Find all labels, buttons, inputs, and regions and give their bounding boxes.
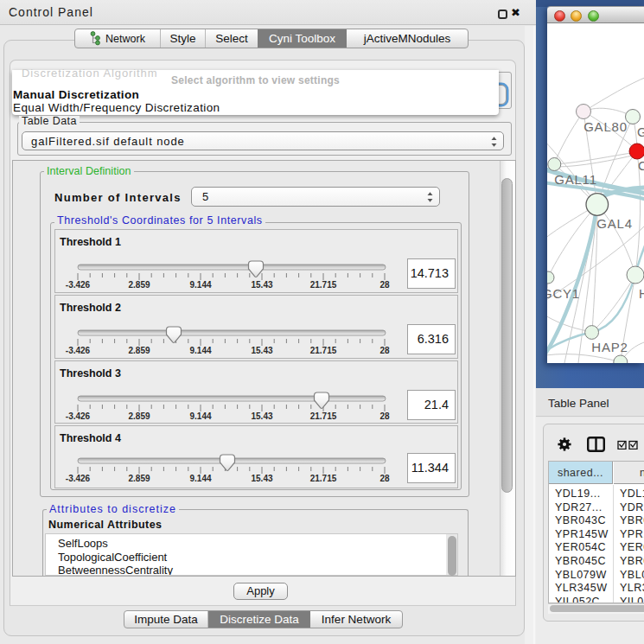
svg-text:CY: CY [638,158,644,173]
svg-text:HAP2: HAP2 [591,340,628,354]
svg-text:GAL11: GAL11 [554,172,597,187]
svg-text:H: H [639,286,644,301]
svg-text:GAL80: GAL80 [583,119,628,134]
svg-text:GCY1: GCY1 [547,286,580,301]
svg-text:GAL4: GAL4 [596,216,633,231]
svg-text:GA: GA [637,124,644,139]
